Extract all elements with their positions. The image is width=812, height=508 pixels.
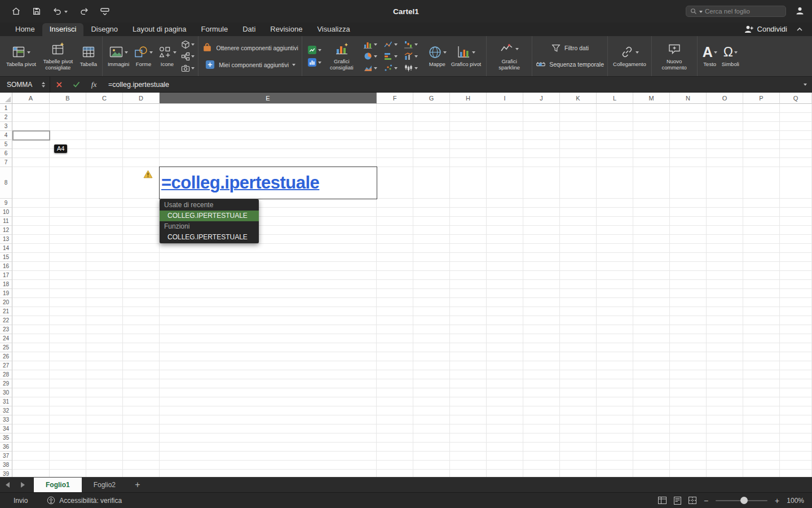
- waterfall-chart-button[interactable]: [404, 38, 424, 50]
- text-button[interactable]: A Testo: [701, 43, 719, 68]
- zoom-out-button[interactable]: −: [704, 496, 708, 505]
- row-header-20[interactable]: 20: [0, 298, 12, 307]
- column-chart-button[interactable]: [363, 38, 383, 50]
- row-header-38[interactable]: 38: [0, 461, 12, 470]
- recommended-charts-button[interactable]: Grafici consigliati: [323, 41, 361, 72]
- insert-function-button[interactable]: fx: [85, 77, 103, 92]
- column-header-G[interactable]: G: [413, 93, 450, 104]
- row-header-32[interactable]: 32: [0, 406, 12, 415]
- editing-cell[interactable]: =colleg.ipertestuale: [159, 167, 377, 199]
- combo-chart-button[interactable]: [404, 50, 424, 62]
- column-header-F[interactable]: F: [377, 93, 413, 104]
- row-header-10[interactable]: 10: [0, 208, 12, 217]
- row-header-6[interactable]: 6: [0, 149, 12, 158]
- row-header-25[interactable]: 25: [0, 343, 12, 352]
- shapes-button[interactable]: Forme: [132, 43, 155, 68]
- collapse-ribbon-button[interactable]: [796, 27, 803, 32]
- search-box[interactable]: [686, 6, 786, 17]
- row-header-21[interactable]: 21: [0, 307, 12, 316]
- insert-sheet-data-button[interactable]: [307, 58, 321, 67]
- maps-button[interactable]: Mappe: [426, 44, 448, 68]
- scatter-chart-button[interactable]: [383, 62, 404, 74]
- column-header-N[interactable]: N: [670, 93, 707, 104]
- stock-chart-button[interactable]: [404, 62, 424, 74]
- share-button[interactable]: Condividi: [744, 25, 787, 33]
- normal-view-button[interactable]: [658, 497, 667, 504]
- row-header-24[interactable]: 24: [0, 334, 12, 343]
- column-header-B[interactable]: B: [50, 93, 86, 104]
- row-header-5[interactable]: 5: [0, 140, 12, 149]
- bar-chart-button[interactable]: [383, 50, 404, 62]
- autocomplete-item[interactable]: COLLEG.IPERTESTUALE: [160, 232, 259, 243]
- timeline-button[interactable]: Sequenza temporale: [536, 59, 604, 69]
- ribbon-tab-disegno[interactable]: Disegno: [83, 23, 125, 36]
- column-header-A[interactable]: A: [12, 93, 50, 104]
- home-button[interactable]: [11, 7, 21, 16]
- zoom-level[interactable]: 100%: [787, 497, 804, 505]
- pictures-button[interactable]: Immagini: [106, 43, 131, 68]
- row-header-4[interactable]: 4: [0, 131, 12, 140]
- ribbon-tab-home[interactable]: Home: [8, 23, 42, 36]
- row-header-16[interactable]: 16: [0, 262, 12, 271]
- smartart-button[interactable]: [181, 52, 195, 61]
- column-header-P[interactable]: P: [743, 93, 780, 104]
- zoom-slider[interactable]: [716, 497, 767, 505]
- row-header-14[interactable]: 14: [0, 244, 12, 253]
- row-header-3[interactable]: 3: [0, 122, 12, 131]
- area-chart-button[interactable]: [363, 62, 383, 74]
- autocomplete-item[interactable]: COLLEG.IPERTESTUALE: [160, 211, 259, 221]
- slicer-button[interactable]: Filtro dati: [551, 43, 589, 53]
- ribbon-tab-visualizza[interactable]: Visualizza: [310, 23, 357, 36]
- confirm-button[interactable]: [68, 77, 85, 92]
- column-header-D[interactable]: D: [123, 93, 160, 104]
- add-sheet-button[interactable]: +: [127, 478, 148, 492]
- expand-formula-bar-button[interactable]: [804, 84, 807, 87]
- row-header-2[interactable]: 2: [0, 113, 12, 122]
- get-add-ins-button[interactable]: Ottenere componenti aggiuntivi: [202, 42, 298, 53]
- zoom-thumb[interactable]: [740, 497, 748, 504]
- row-header-35[interactable]: 35: [0, 433, 12, 443]
- row-header-12[interactable]: 12: [0, 226, 12, 235]
- customize-toolbar-button[interactable]: [100, 8, 109, 15]
- row-header-31[interactable]: 31: [0, 397, 12, 406]
- ribbon-tab-inserisci[interactable]: Inserisci: [42, 23, 84, 36]
- new-comment-button[interactable]: Nuovo commento: [655, 41, 694, 72]
- column-header-M[interactable]: M: [633, 93, 670, 104]
- sparklines-button[interactable]: Grafici sparkline: [490, 41, 528, 72]
- row-header-29[interactable]: 29: [0, 379, 12, 388]
- next-sheet-button[interactable]: [15, 478, 30, 492]
- row-header-1[interactable]: 1: [0, 104, 12, 113]
- link-button[interactable]: Collegamento: [611, 43, 648, 68]
- zoom-in-button[interactable]: +: [775, 496, 779, 505]
- row-header-8[interactable]: 8: [0, 167, 12, 199]
- table-button[interactable]: Tabella: [78, 43, 99, 68]
- pie-chart-button[interactable]: [363, 50, 383, 62]
- symbols-button[interactable]: Ω Simboli: [720, 43, 741, 68]
- pivot-table-button[interactable]: Tabella pivot: [5, 43, 38, 68]
- column-header-L[interactable]: L: [597, 93, 633, 104]
- row-header-23[interactable]: 23: [0, 325, 12, 334]
- grid-cells[interactable]: A4 =colleg.ipertestuale Usate di recente…: [12, 104, 812, 477]
- column-header-J[interactable]: J: [523, 93, 560, 104]
- row-header-34[interactable]: 34: [0, 424, 12, 433]
- insert-sheet-chart-button[interactable]: [307, 45, 321, 55]
- redo-button[interactable]: [79, 7, 89, 16]
- column-header-C[interactable]: C: [86, 93, 123, 104]
- recommended-pivot-tables-button[interactable]: Tabelle pivot consigliate: [39, 41, 77, 72]
- search-input[interactable]: [705, 8, 782, 15]
- column-header-H[interactable]: H: [450, 93, 487, 104]
- row-header-37[interactable]: 37: [0, 452, 12, 461]
- 3d-models-button[interactable]: [181, 40, 195, 49]
- row-header-9[interactable]: 9: [0, 199, 12, 208]
- ribbon-tab-formule[interactable]: Formule: [194, 23, 236, 36]
- row-header-13[interactable]: 13: [0, 235, 12, 244]
- row-header-7[interactable]: 7: [0, 158, 12, 167]
- row-header-19[interactable]: 19: [0, 289, 12, 298]
- formula-input[interactable]: =colleg.ipertestuale: [108, 81, 169, 89]
- row-header-15[interactable]: 15: [0, 253, 12, 262]
- icons-button[interactable]: Icone: [156, 43, 178, 68]
- row-header-28[interactable]: 28: [0, 370, 12, 379]
- ribbon-tab-layout-di-pagina[interactable]: Layout di pagina: [125, 23, 193, 36]
- row-header-22[interactable]: 22: [0, 316, 12, 325]
- sheet-tab-foglio2[interactable]: Foglio2: [82, 478, 127, 492]
